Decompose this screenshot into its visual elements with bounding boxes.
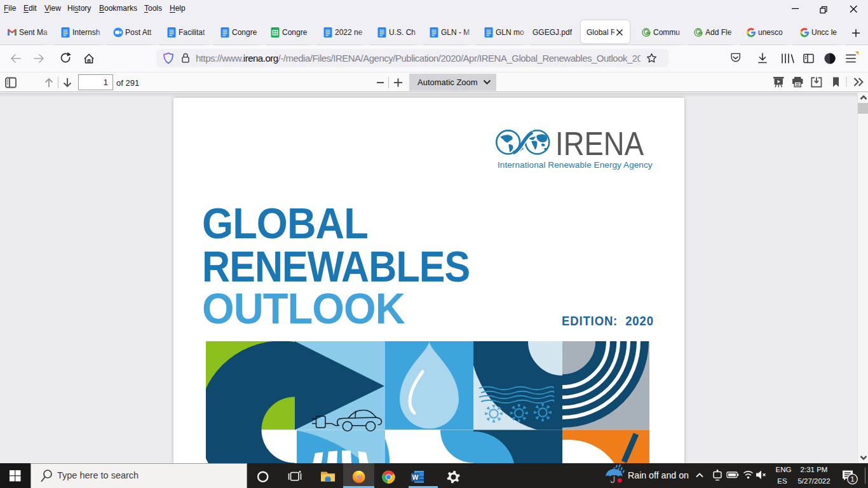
svg-text:2:31 PM: 2:31 PM — [801, 466, 828, 473]
svg-text:1: 1 — [850, 475, 854, 483]
svg-text:W: W — [412, 473, 419, 481]
svg-text:ENG: ENG — [776, 466, 792, 473]
svg-text:5/27/2022: 5/27/2022 — [797, 477, 830, 485]
svg-text:ES: ES — [777, 477, 787, 485]
svg-text:Rain off and on: Rain off and on — [628, 470, 689, 480]
